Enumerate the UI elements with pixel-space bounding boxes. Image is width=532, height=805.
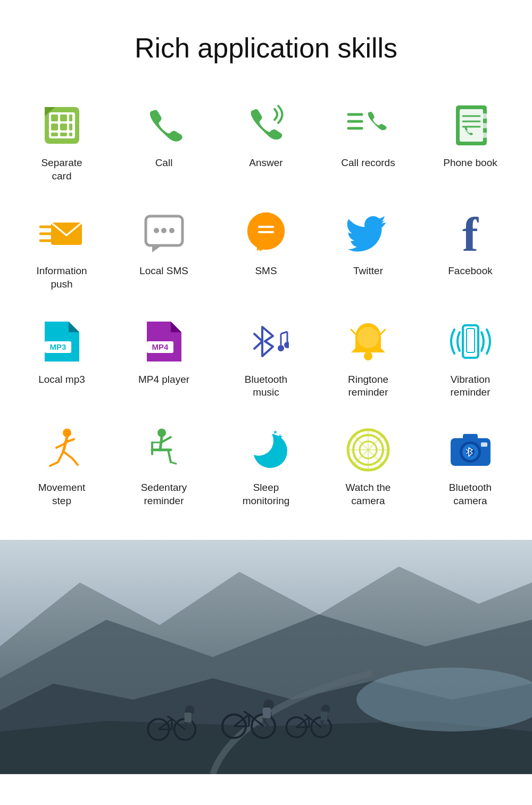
mp4-player-label: MP4 player: [138, 373, 189, 387]
svg-line-63: [72, 458, 78, 465]
vibration-reminder-label: Vibrationreminder: [451, 373, 491, 399]
icon-vibration-reminder: Vibrationreminder: [419, 307, 521, 415]
call-icon: [140, 101, 188, 149]
svg-rect-5: [51, 124, 58, 130]
svg-rect-20: [483, 113, 487, 119]
local-sms-icon: [140, 209, 188, 257]
moon-icon: ★ ★ ★: [242, 426, 290, 474]
bell-icon: [344, 318, 392, 366]
call-label: Call: [155, 157, 173, 170]
icon-call-records: Call records: [317, 91, 419, 199]
local-mp3-icon: MP3: [38, 318, 86, 366]
bluetooth-music-label: Bluetoothmusic: [245, 373, 287, 399]
icon-bluetooth-camera: Bluetoothcamera: [419, 415, 521, 523]
facebook-icon: f: [446, 209, 494, 257]
local-mp3-label: Local mp3: [38, 373, 85, 387]
svg-rect-2: [51, 114, 58, 121]
svg-rect-3: [60, 114, 67, 121]
icon-local-sms: Local SMS: [113, 199, 215, 307]
svg-point-29: [161, 228, 167, 233]
icon-movement-step: Movementstep: [11, 415, 113, 523]
icon-ringtone-reminder: Ringtonereminder: [317, 307, 419, 415]
svg-text:★: ★: [273, 429, 278, 435]
svg-line-64: [58, 451, 63, 462]
svg-line-62: [63, 451, 72, 458]
mp4-icon: MP4: [140, 318, 188, 366]
page-title: Rich application skills: [0, 0, 532, 85]
icon-mp4-player: MP4 MP4 player: [113, 307, 215, 415]
icon-facebook: f Facebook: [419, 199, 521, 307]
call-records-icon: [344, 101, 392, 149]
icon-separate-card: Separatecard: [11, 91, 113, 199]
watch-camera-label: Watch thecamera: [346, 481, 391, 507]
svg-text:★: ★: [280, 441, 285, 447]
information-push-label: Informationpush: [36, 265, 87, 291]
svg-line-70: [171, 462, 176, 464]
phone-book-icon: [446, 101, 494, 149]
svg-point-50: [284, 342, 289, 348]
icon-sms: – SMS: [215, 199, 317, 307]
vibration-icon: [446, 318, 494, 366]
svg-point-30: [169, 228, 174, 233]
svg-text:f: f: [462, 211, 479, 256]
svg-rect-22: [483, 133, 487, 138]
icon-twitter: Twitter: [317, 199, 419, 307]
camera-lens-icon: [344, 426, 392, 474]
facebook-label: Facebook: [448, 265, 492, 278]
icon-call: Call: [113, 91, 215, 199]
answer-label: Answer: [249, 157, 282, 170]
svg-line-69: [168, 450, 171, 462]
svg-rect-138: [321, 711, 328, 720]
svg-line-54: [380, 330, 385, 335]
svg-rect-57: [467, 328, 475, 352]
movement-step-label: Movementstep: [38, 481, 86, 507]
icon-bluetooth-music: Bluetoothmusic: [215, 307, 317, 415]
icon-answer: Answer: [215, 91, 317, 199]
running-icon: [38, 426, 86, 474]
ringtone-reminder-label: Ringtonereminder: [348, 373, 388, 399]
svg-rect-112: [185, 712, 192, 722]
icon-sedentary-reminder: Sedentaryreminder: [113, 415, 215, 523]
svg-point-55: [358, 327, 379, 348]
svg-point-52: [364, 352, 372, 360]
bottom-photo: [0, 540, 532, 774]
icon-watch-camera: Watch thecamera: [317, 415, 419, 523]
svg-text:MP3: MP3: [49, 342, 66, 351]
sim-icon: [38, 101, 86, 149]
sleep-monitoring-label: Sleepmonitoring: [243, 481, 290, 507]
svg-line-45: [254, 334, 262, 341]
sms-icon: –: [242, 209, 290, 257]
bluetooth-camera-icon: [446, 426, 494, 474]
call-records-label: Call records: [341, 157, 395, 170]
icon-sleep-monitoring: ★ ★ ★ Sleepmonitoring: [215, 415, 317, 523]
bluetooth-camera-label: Bluetoothcamera: [449, 481, 492, 507]
svg-point-28: [154, 228, 159, 233]
svg-line-53: [351, 330, 356, 335]
svg-rect-8: [51, 133, 58, 136]
svg-rect-93: [481, 442, 487, 447]
separate-card-label: Separatecard: [41, 157, 82, 183]
local-sms-label: Local SMS: [139, 265, 188, 278]
svg-rect-87: [463, 434, 478, 440]
answer-icon: [242, 101, 290, 149]
icons-grid: Separatecard Call Answer: [0, 85, 532, 540]
phone-book-label: Phone book: [443, 157, 497, 170]
information-push-icon: [38, 209, 86, 257]
svg-rect-21: [483, 123, 487, 128]
svg-line-49: [281, 332, 287, 334]
svg-line-46: [254, 341, 262, 349]
icon-phone-book: Phone book: [419, 91, 521, 199]
svg-line-65: [50, 462, 58, 466]
svg-rect-9: [60, 133, 67, 136]
svg-rect-4: [69, 114, 72, 121]
icon-information-push: Informationpush: [11, 199, 113, 307]
svg-line-67: [160, 437, 162, 450]
twitter-label: Twitter: [353, 265, 383, 278]
svg-point-47: [278, 345, 284, 351]
sitting-icon: [140, 426, 188, 474]
bluetooth-music-icon: [242, 318, 290, 366]
twitter-icon: [344, 209, 392, 257]
svg-rect-16: [460, 109, 483, 142]
sms-label: SMS: [255, 265, 277, 278]
svg-rect-7: [69, 124, 72, 130]
